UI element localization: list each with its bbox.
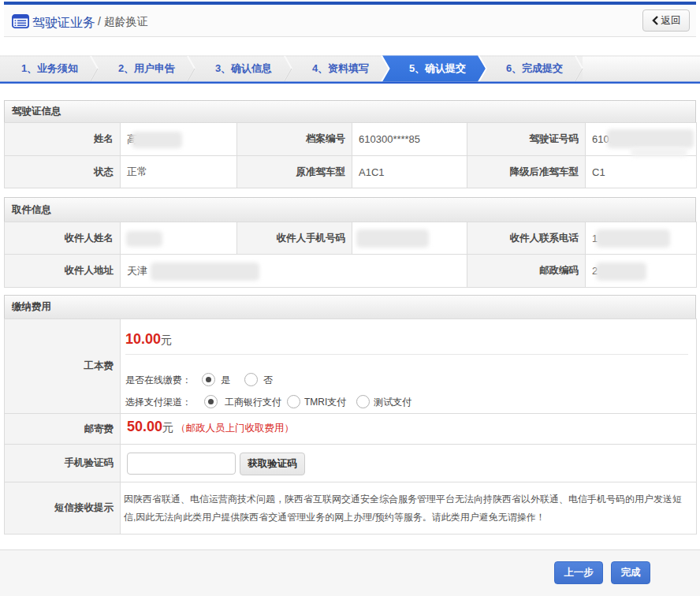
- svg-text:5、确认提交: 5、确认提交: [409, 62, 466, 74]
- svg-text:4、资料填写: 4、资料填写: [312, 62, 369, 74]
- svg-text:3、确认信息: 3、确认信息: [215, 62, 272, 74]
- svg-text:2、用户申告: 2、用户申告: [118, 62, 175, 74]
- svg-text:1、业务须知: 1、业务须知: [21, 62, 78, 74]
- svg-text:6、完成提交: 6、完成提交: [506, 62, 563, 74]
